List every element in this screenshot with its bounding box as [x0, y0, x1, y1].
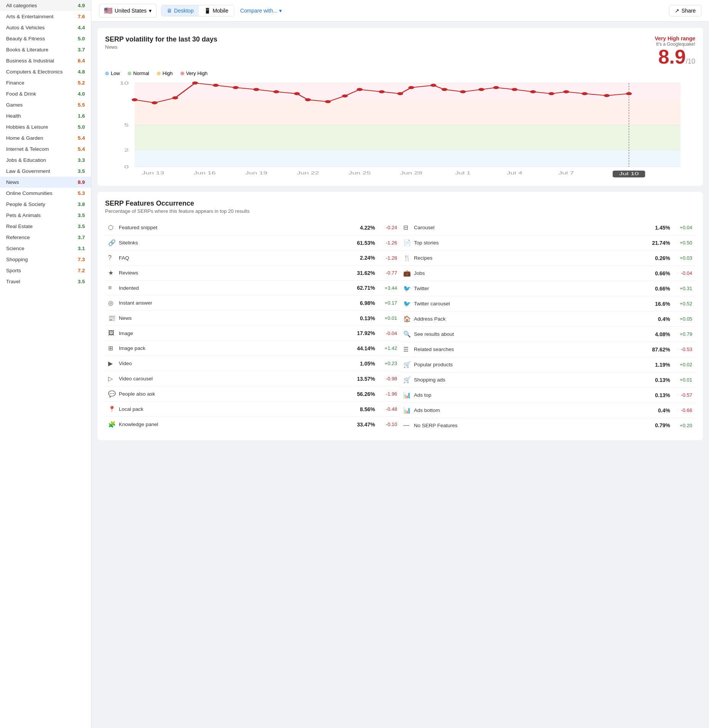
svg-text:Jul 1: Jul 1	[455, 171, 471, 175]
feature-icon: ⊟	[403, 224, 414, 231]
svg-point-51	[626, 92, 632, 95]
feature-change: +0.02	[673, 362, 692, 367]
feature-change: +3.44	[378, 285, 397, 291]
chart-title: SERP volatility for the last 30 days	[105, 35, 217, 43]
sidebar-item[interactable]: Home & Garden5.4	[0, 133, 91, 144]
category-name: Beauty & Fitness	[6, 36, 45, 42]
feature-icon: 🐦	[403, 300, 414, 307]
feature-name: FAQ	[119, 255, 352, 261]
category-score: 7.6	[78, 14, 85, 19]
category-score: 5.4	[78, 146, 85, 152]
sidebar-item[interactable]: Internet & Telecom5.4	[0, 144, 91, 155]
sidebar-item[interactable]: Autos & Vehicles4.4	[0, 22, 91, 33]
feature-change: -0.24	[378, 225, 397, 230]
feature-icon: ★	[108, 269, 119, 276]
feature-name: See results about	[414, 331, 647, 337]
feature-row: 📰 News 0.13% +0.01	[105, 311, 400, 326]
feature-name: Twitter carousel	[414, 301, 647, 307]
sidebar-item[interactable]: Business & Industrial6.4	[0, 55, 91, 66]
sidebar-item[interactable]: Food & Drink4.0	[0, 88, 91, 99]
chevron-down-icon: ▾	[149, 8, 152, 14]
topbar: 🇺🇸 United States ▾ 🖥 Desktop 📱 Mobile Co…	[91, 0, 709, 22]
legend-dot	[180, 72, 184, 75]
sidebar-item[interactable]: Reference3.7	[0, 232, 91, 243]
sidebar-item[interactable]: Science3.1	[0, 243, 91, 254]
tab-mobile[interactable]: 📱 Mobile	[199, 5, 233, 16]
feature-name: Twitter	[414, 286, 647, 291]
feature-change: -0.48	[378, 406, 397, 412]
feature-row: ⬡ Featured snippet 4.22% -0.24	[105, 220, 400, 235]
feature-row: 🛒 Shopping ads 0.13% +0.01	[400, 372, 695, 388]
feature-row: ▷ Video carousel 13.57% -0.98	[105, 371, 400, 386]
category-score: 4.9	[78, 3, 85, 8]
category-name: All categories	[6, 3, 37, 8]
feature-icon: 🛒	[403, 376, 414, 383]
svg-point-50	[604, 94, 610, 97]
sidebar-item[interactable]: Finance5.2	[0, 77, 91, 88]
svg-point-48	[563, 90, 569, 93]
sidebar-item[interactable]: Health1.6	[0, 110, 91, 121]
sidebar-item[interactable]: Hobbies & Leisure5.0	[0, 121, 91, 133]
legend-label: High	[163, 70, 173, 76]
feature-row: 🐦 Twitter 0.66% +0.31	[400, 281, 695, 296]
chart-area: 10 5 2 0 Jun 13 Jun 16 Jun 19 Jun 22 Jun…	[105, 79, 695, 178]
feature-pct: 31.62%	[352, 270, 375, 276]
sidebar-item[interactable]: Pets & Animals3.5	[0, 210, 91, 221]
category-name: Home & Garden	[6, 135, 43, 141]
feature-icon: 🍴	[403, 254, 414, 262]
feature-row: 🍴 Recipes 0.26% +0.03	[400, 251, 695, 266]
feature-pct: 1.05%	[352, 361, 375, 367]
feature-change: -1.28	[378, 255, 397, 261]
svg-point-42	[460, 90, 466, 93]
category-name: Science	[6, 246, 24, 251]
sidebar-item[interactable]: Books & Literature3.7	[0, 44, 91, 55]
feature-pct: 4.08%	[647, 331, 670, 337]
category-score: 5.0	[78, 124, 85, 130]
legend-item: Normal	[128, 70, 149, 76]
sidebar-item[interactable]: Online Communities5.3	[0, 188, 91, 199]
svg-point-34	[325, 100, 331, 103]
sidebar-item[interactable]: Jobs & Education3.3	[0, 155, 91, 166]
sidebar-item[interactable]: Games5.5	[0, 99, 91, 110]
category-name: Arts & Entertainment	[6, 14, 54, 19]
svg-text:Jun 25: Jun 25	[348, 171, 370, 175]
feature-row: 📊 Ads bottom 0.4% -0.66	[400, 403, 695, 418]
sidebar-item[interactable]: People & Society3.8	[0, 199, 91, 210]
sidebar-item[interactable]: Real Estate3.5	[0, 221, 91, 232]
sidebar-item[interactable]: Sports7.2	[0, 265, 91, 276]
category-name: Health	[6, 113, 21, 119]
feature-name: Featured snippet	[119, 225, 352, 230]
feature-change: -0.04	[673, 270, 692, 276]
feature-change: +0.79	[673, 331, 692, 337]
svg-text:Jun 13: Jun 13	[142, 171, 164, 175]
category-name: Food & Drink	[6, 91, 36, 97]
feature-row: 📍 Local pack 8.56% -0.48	[105, 402, 400, 417]
tab-desktop[interactable]: 🖥 Desktop	[161, 5, 199, 16]
feature-row: ★ Reviews 31.62% -0.77	[105, 265, 400, 281]
sidebar-item[interactable]: Travel3.5	[0, 276, 91, 287]
feature-icon: 🧩	[108, 421, 119, 428]
feature-change: -0.53	[673, 346, 692, 352]
features-grid: ⬡ Featured snippet 4.22% -0.24 🔗 Sitelin…	[105, 220, 695, 433]
sidebar-item[interactable]: Shopping7.3	[0, 254, 91, 265]
feature-change: -0.98	[378, 376, 397, 382]
desktop-icon: 🖥	[167, 8, 172, 14]
feature-name: Indented	[119, 285, 352, 291]
feature-icon: 🐦	[403, 285, 414, 292]
sidebar-item[interactable]: Computers & Electronics4.8	[0, 66, 91, 77]
features-subtitle: Percentage of SERPs where this feature a…	[105, 208, 695, 214]
sidebar-item[interactable]: News8.9	[0, 177, 91, 188]
sidebar-item[interactable]: Law & Government3.5	[0, 166, 91, 177]
category-name: Internet & Telecom	[6, 146, 49, 152]
feature-icon: ▷	[108, 375, 119, 382]
feature-row: 🖼 Image 17.92% -0.04	[105, 326, 400, 341]
legend-label: Normal	[133, 70, 149, 76]
share-button[interactable]: ↗ Share	[669, 5, 701, 16]
category-name: Pets & Animals	[6, 212, 41, 218]
country-selector[interactable]: 🇺🇸 United States ▾	[99, 4, 156, 18]
compare-button[interactable]: Compare with... ▾	[240, 8, 282, 14]
sidebar-item[interactable]: All categories4.9	[0, 0, 91, 11]
sidebar-item[interactable]: Beauty & Fitness5.0	[0, 33, 91, 44]
sidebar-item[interactable]: Arts & Entertainment7.6	[0, 11, 91, 22]
svg-text:5: 5	[124, 123, 129, 127]
